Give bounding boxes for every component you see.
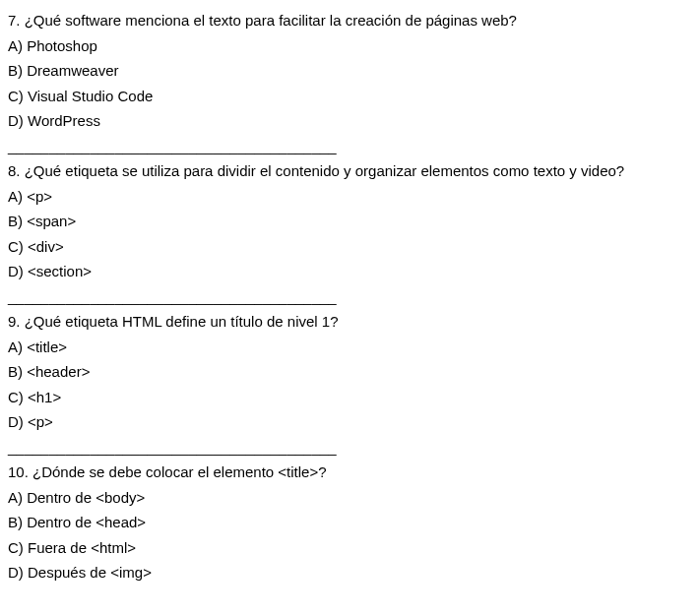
question-number: 7 xyxy=(8,12,16,29)
option-a: A) <title> xyxy=(8,335,692,360)
option-b: B) Dreamweaver xyxy=(8,58,692,84)
question-9: 9. ¿Qué etiqueta HTML define un título d… xyxy=(8,309,692,460)
separator: ________________________________________ xyxy=(8,284,692,310)
option-c: C) Visual Studio Code xyxy=(8,84,692,109)
question-prompt: ¿Qué software menciona el texto para fac… xyxy=(25,12,517,29)
option-text: Visual Studio Code xyxy=(28,88,153,104)
option-d: D) Después de <img> xyxy=(8,560,692,585)
option-b: B) <header> xyxy=(8,359,692,385)
option-text: WordPress xyxy=(28,112,100,129)
option-text: Dreamweaver xyxy=(27,62,118,79)
question-number: 10 xyxy=(8,463,25,480)
question-text: 10. ¿Dónde se debe colocar el elemento <… xyxy=(8,460,692,485)
question-text: 7. ¿Qué software menciona el texto para … xyxy=(8,8,692,33)
option-text: Fuera de <html> xyxy=(28,539,136,556)
option-d: D) <p> xyxy=(8,409,692,435)
option-text: Dentro de <body> xyxy=(27,489,145,506)
question-text: 9. ¿Qué etiqueta HTML define un título d… xyxy=(8,309,692,335)
question-8: 8. ¿Qué etiqueta se utiliza para dividir… xyxy=(8,158,692,309)
question-number: 9 xyxy=(8,313,16,330)
option-b: B) Dentro de <head> xyxy=(8,510,692,535)
question-7: 7. ¿Qué software menciona el texto para … xyxy=(8,8,692,158)
option-d: D) WordPress xyxy=(8,108,692,134)
option-text: Dentro de <head> xyxy=(27,514,146,530)
option-text: <header> xyxy=(27,363,90,380)
separator: ________________________________________ xyxy=(8,435,692,461)
option-text: <title> xyxy=(27,338,67,355)
option-a: A) <p> xyxy=(8,184,692,210)
question-number: 8 xyxy=(8,162,16,179)
option-a: A) Dentro de <body> xyxy=(8,485,692,511)
option-text: <h1> xyxy=(28,389,61,405)
question-prompt: ¿Qué etiqueta HTML define un título de n… xyxy=(25,313,339,330)
question-10: 10. ¿Dónde se debe colocar el elemento <… xyxy=(8,460,692,585)
option-c: C) <h1> xyxy=(8,385,692,410)
option-text: Después de <img> xyxy=(28,564,152,581)
separator: ________________________________________ xyxy=(8,134,692,159)
option-d: D) <section> xyxy=(8,259,692,284)
option-b: B) <span> xyxy=(8,209,692,234)
question-prompt: ¿Qué etiqueta se utiliza para dividir el… xyxy=(25,162,625,179)
option-text: <div> xyxy=(28,238,64,255)
option-text: <p> xyxy=(27,188,52,205)
question-prompt: ¿Dónde se debe colocar el elemento <titl… xyxy=(32,463,327,480)
option-text: Photoshop xyxy=(27,37,97,54)
option-text: <span> xyxy=(27,213,76,229)
option-text: <p> xyxy=(28,413,53,430)
option-c: C) <div> xyxy=(8,234,692,260)
option-a: A) Photoshop xyxy=(8,33,692,59)
option-c: C) Fuera de <html> xyxy=(8,535,692,561)
question-text: 8. ¿Qué etiqueta se utiliza para dividir… xyxy=(8,158,692,184)
option-text: <section> xyxy=(28,263,92,279)
